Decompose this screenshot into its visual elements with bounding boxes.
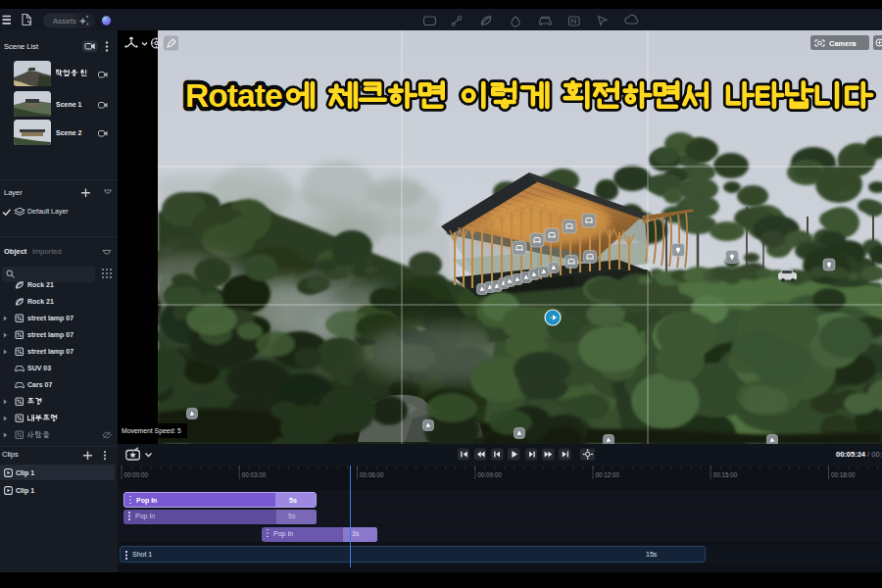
svg-text:00:09:00: 00:09:00 bbox=[477, 471, 502, 478]
svg-text:00:15:00: 00:15:00 bbox=[713, 471, 738, 478]
svg-text:00:03:00: 00:03:00 bbox=[242, 471, 267, 478]
svg-text:00:12:00: 00:12:00 bbox=[596, 471, 620, 478]
svg-text:00:18:00: 00:18:00 bbox=[831, 471, 856, 478]
svg-text:Rotate: Rotate bbox=[185, 77, 282, 114]
svg-text:Assets: Assets bbox=[53, 17, 76, 25]
svg-text:00:06:00: 00:06:00 bbox=[360, 471, 384, 478]
svg-text:00:00:00: 00:00:00 bbox=[124, 471, 149, 478]
